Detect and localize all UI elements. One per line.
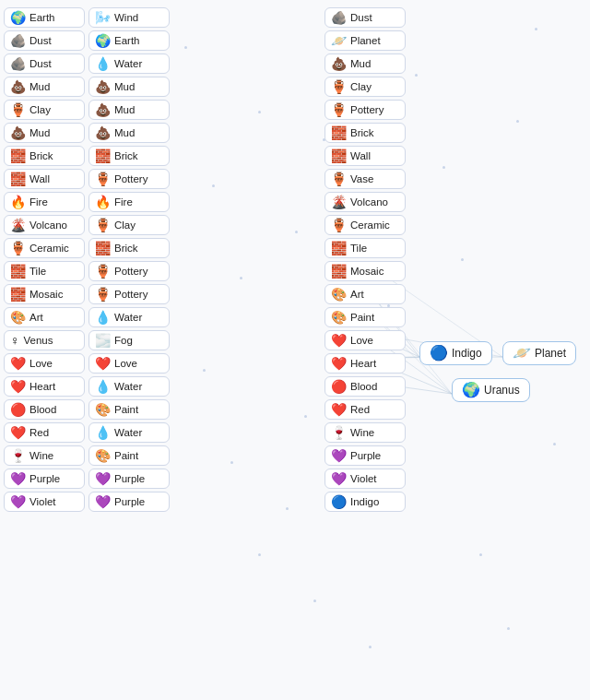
item-emoji: ♀	[10, 334, 20, 347]
item-emoji: 🧱	[331, 242, 347, 255]
item-label: Love	[30, 358, 53, 369]
list-item: 💩Mud	[88, 123, 170, 143]
item-emoji: 💜	[10, 472, 26, 485]
list-item: 🏺Clay	[4, 100, 85, 120]
list-item: 🧱Wall	[324, 146, 406, 166]
item-emoji: 🔵	[331, 495, 347, 508]
list-item: 💧Water	[88, 376, 170, 397]
item-label: Volcano	[30, 219, 67, 231]
item-label: Fire	[114, 196, 133, 208]
list-item: 💩Mud	[4, 77, 85, 97]
item-emoji: 🎨	[331, 288, 347, 301]
item-label: Wall	[30, 173, 50, 184]
item-label: Mosaic	[30, 289, 63, 300]
list-item: 🍷Wine	[4, 445, 85, 466]
list-item: 🔴Blood	[4, 399, 85, 420]
item-label: Purple	[30, 473, 60, 484]
item-emoji: 💜	[95, 472, 111, 485]
item-emoji: 🪐	[331, 34, 347, 47]
item-emoji: 🧱	[10, 265, 26, 278]
item-emoji: 🧱	[331, 149, 347, 162]
item-label: Purple	[114, 496, 145, 507]
list-item: 💧Water	[88, 422, 170, 443]
main-container: 🌍Earth🪨Dust🪨Dust💩Mud🏺Clay💩Mud🧱Brick🧱Wall…	[0, 0, 590, 700]
list-item: 🧱Mosaic	[4, 284, 85, 304]
item-emoji: 💩	[95, 103, 111, 116]
item-emoji: 💧	[95, 426, 111, 439]
list-item: 🪐Planet	[324, 30, 406, 51]
result-node[interactable]: 🔵Indigo	[419, 341, 492, 365]
list-item: 🌍Earth	[4, 7, 85, 28]
item-emoji: 🏺	[331, 80, 347, 93]
item-label: Ceramic	[30, 243, 69, 254]
item-emoji: 🔴	[331, 380, 347, 393]
list-item: 💜Purple	[324, 445, 406, 466]
item-label: Red	[350, 404, 370, 415]
list-item: 🧱Brick	[88, 146, 170, 166]
result-emoji: 🪐	[513, 346, 531, 361]
list-item: 💜Violet	[324, 469, 406, 489]
item-emoji: 💩	[10, 80, 26, 93]
list-item: 🧱Wall	[4, 169, 85, 189]
item-emoji: 🍷	[10, 449, 26, 462]
item-label: Pottery	[114, 173, 148, 184]
item-emoji: 🧱	[331, 265, 347, 278]
item-emoji: 💩	[331, 57, 347, 70]
item-label: Violet	[30, 496, 56, 507]
item-emoji: 💧	[95, 57, 111, 70]
item-label: Red	[30, 427, 49, 438]
item-label: Water	[114, 312, 142, 323]
list-item: 💩Mud	[88, 77, 170, 97]
item-emoji: 🏺	[95, 172, 111, 185]
list-item: 🏺Ceramic	[4, 238, 85, 258]
item-emoji: 🪨	[10, 57, 26, 70]
list-item: 💜Purple	[88, 492, 170, 512]
list-item: 🌬️Wind	[88, 7, 170, 28]
item-label: Mud	[114, 81, 135, 92]
result-label: Uranus	[484, 384, 520, 397]
item-emoji: ❤️	[10, 380, 26, 393]
item-label: Heart	[350, 358, 376, 369]
item-emoji: 🔴	[10, 403, 26, 416]
item-label: Mud	[30, 81, 50, 92]
item-label: Wall	[350, 150, 371, 161]
result-emoji: 🔵	[430, 346, 448, 361]
list-item: 🧱Tile	[4, 261, 85, 281]
column-3: 🪨Dust🪐Planet💩Mud🏺Clay🏺Pottery🧱Brick🧱Wall…	[324, 7, 406, 512]
result-node[interactable]: 🪐Planet	[502, 341, 576, 365]
item-label: Pottery	[350, 104, 384, 115]
result-node[interactable]: 🌍Uranus	[452, 378, 530, 402]
list-item: 🧱Tile	[324, 238, 406, 258]
item-emoji: 🏺	[10, 103, 26, 116]
item-emoji: 💩	[10, 126, 26, 139]
list-item: ❤️Red	[324, 399, 406, 420]
item-emoji: 🏺	[95, 288, 111, 301]
item-label: Love	[350, 335, 373, 346]
list-item: 💩Mud	[4, 123, 85, 143]
list-item: 🌫️Fog	[88, 330, 170, 350]
item-label: Brick	[350, 127, 374, 138]
column-1: 🌍Earth🪨Dust🪨Dust💩Mud🏺Clay💩Mud🧱Brick🧱Wall…	[4, 7, 85, 512]
list-item: 💜Violet	[4, 492, 85, 512]
item-emoji: 🧱	[10, 149, 26, 162]
item-label: Earth	[30, 12, 55, 23]
item-label: Paint	[350, 312, 374, 323]
list-item: 🔥Fire	[88, 192, 170, 212]
list-item: ❤️Heart	[4, 376, 85, 397]
item-label: Water	[114, 381, 142, 392]
item-emoji: 🌫️	[95, 334, 111, 347]
item-emoji: 💩	[95, 126, 111, 139]
item-emoji: 💜	[10, 495, 26, 508]
item-emoji: 🎨	[95, 449, 111, 462]
item-label: Blood	[30, 404, 56, 415]
list-item: ❤️Love	[88, 353, 170, 374]
list-item: 💧Water	[88, 53, 170, 74]
list-item: 💜Purple	[4, 469, 85, 489]
item-label: Ceramic	[350, 219, 390, 231]
item-emoji: 🎨	[10, 311, 26, 324]
item-label: Fire	[30, 196, 48, 208]
item-label: Dust	[350, 12, 372, 23]
item-label: Earth	[114, 35, 140, 46]
item-label: Tile	[30, 266, 46, 277]
list-item: 🎨Art	[4, 307, 85, 327]
